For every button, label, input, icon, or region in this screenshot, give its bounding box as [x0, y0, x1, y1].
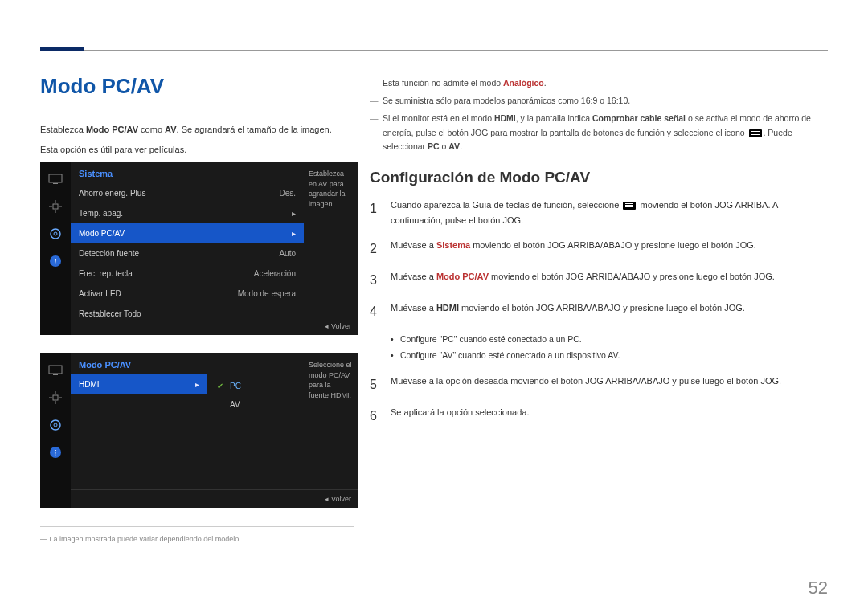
menu-icon [623, 202, 636, 210]
svg-rect-12 [53, 374, 58, 375]
page-number: 52 [809, 578, 828, 599]
intro-text: . Se agrandará el tamaño de la imagen. [177, 125, 332, 134]
osd-row-selected: Modo PC/AV▸ [71, 223, 304, 243]
intro-text: Establezca [40, 125, 86, 134]
osd-row: Ahorro energ. PlusDes. [71, 183, 304, 203]
osd-row: Detección fuenteAuto [71, 243, 304, 264]
osd-option-pc: ✔ PC [209, 376, 304, 395]
header-accent [40, 47, 84, 51]
section-title: Configuración de Modo PC/AV [370, 169, 828, 186]
note-line: Esta función no admite el modo Analógico… [370, 76, 828, 91]
osd-row: Temp. apag.▸ [71, 203, 304, 223]
osd-screenshot-pcav: i Modo PC/AV HDMI▸ ✔ PC AV Seleccione el… [40, 353, 358, 508]
right-column: Esta función no admite el modo Analógico… [370, 76, 828, 436]
page-title: Modo PC/AV [40, 74, 164, 99]
gear-icon [47, 225, 64, 243]
svg-text:i: i [55, 257, 57, 266]
bullet: Configure "AV" cuando esté conectado a u… [391, 348, 828, 364]
osd-row: Activar LEDModo de espera [71, 284, 304, 304]
step-6: 6 Se aplicará la opción seleccionada. [370, 405, 828, 427]
osd-sidebar: i [40, 353, 71, 508]
osd-row-selected: HDMI▸ [71, 374, 207, 394]
image-disclaimer: ― La imagen mostrada puede variar depend… [40, 526, 354, 543]
adjust-icon [47, 198, 64, 215]
step-1: 1 Cuando aparezca la Guía de teclas de f… [370, 198, 828, 227]
osd-header: Modo PC/AV [71, 353, 304, 374]
step-4: 4 Muévase a HDMI moviendo el botón JOG A… [370, 300, 828, 322]
osd-row: Frec. rep. teclaAceleración [71, 264, 304, 284]
osd-header: Sistema [71, 162, 304, 183]
note-line: Si el monitor está en el modo HDMI, y la… [370, 112, 828, 155]
osd-footer: ◂ Volver [71, 489, 358, 508]
svg-text:i: i [55, 448, 57, 457]
sub-bullets: Configure "PC" cuando esté conectado a u… [391, 332, 828, 364]
header-rule [40, 50, 828, 51]
svg-rect-13 [53, 395, 58, 400]
svg-rect-11 [49, 366, 62, 374]
osd-submenu: ✔ PC AV [209, 376, 304, 414]
display-icon [47, 170, 64, 188]
check-icon: ✔ [215, 381, 225, 390]
osd-description: Establezca en AV para agrandar la imagen… [304, 162, 358, 215]
osd-footer: ◂ Volver [71, 317, 358, 335]
osd-sidebar: i [40, 162, 71, 335]
note-line: Se suministra sólo para modelos panorámi… [370, 94, 828, 108]
info-icon: i [47, 252, 64, 270]
bullet: Configure "PC" cuando esté conectado a u… [391, 332, 828, 348]
intro-paragraph: Establezca Modo PC/AV como AV. Se agrand… [40, 122, 354, 157]
svg-point-18 [51, 420, 60, 430]
svg-rect-2 [53, 204, 58, 209]
osd-option-av: AV [209, 395, 304, 414]
svg-rect-0 [49, 174, 62, 182]
menu-icon [749, 129, 762, 137]
step-2: 2 Muévase a Sistema moviendo el botón JO… [370, 238, 828, 260]
intro-kw1: Modo PC/AV [86, 125, 138, 134]
svg-rect-1 [53, 183, 58, 184]
osd-main: Sistema Ahorro energ. PlusDes. Temp. apa… [71, 162, 304, 324]
osd-description: Seleccione el modo PC/AV para la fuente … [304, 353, 358, 407]
step-3: 3 Muévase a Modo PC/AV moviendo el botón… [370, 269, 828, 291]
info-icon: i [47, 443, 64, 461]
gear-icon [47, 416, 64, 434]
svg-point-7 [51, 229, 60, 239]
osd-screenshot-sistema: i Sistema Ahorro energ. PlusDes. Temp. a… [40, 162, 358, 335]
svg-point-19 [54, 423, 57, 427]
svg-point-8 [54, 232, 57, 235]
display-icon [47, 362, 64, 379]
intro-line2: Esta opción es útil para ver películas. [40, 142, 354, 157]
step-5: 5 Muévase a la opción deseada moviendo e… [370, 374, 828, 395]
adjust-icon [47, 389, 64, 407]
intro-kw2: AV [165, 125, 176, 134]
intro-text: como [138, 125, 165, 134]
